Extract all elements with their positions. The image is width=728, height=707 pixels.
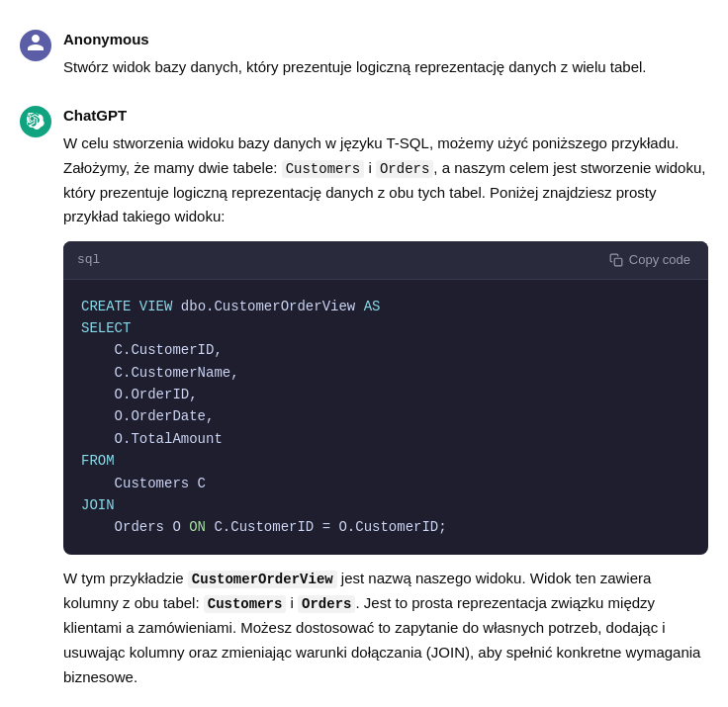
code-line-9: Customers C [81, 473, 690, 494]
inline-code-customers2: Customers [204, 595, 287, 613]
assistant-message-content: ChatGPT W celu stworzenia widoku bazy da… [63, 104, 708, 690]
assistant-name: ChatGPT [63, 104, 708, 128]
code-line-6: O.OrderDate, [81, 405, 690, 427]
code-line-3: C.CustomerID, [81, 339, 690, 361]
code-block-header: sql Copy code [63, 241, 708, 279]
code-line-10: JOIN [81, 494, 690, 516]
inline-code-customers: Customers [282, 160, 365, 178]
svg-rect-0 [614, 258, 622, 266]
copy-button-label: Copy code [629, 252, 690, 267]
code-lang-label: sql [77, 249, 100, 270]
inline-code-viewname: CustomerOrderView [188, 571, 337, 588]
user-message: Anonymous Stwórz widok bazy danych, któr… [0, 16, 728, 92]
code-block-wrapper: sql Copy code CREATE VIEW dbo.CustomerOr… [63, 241, 708, 555]
user-avatar [20, 30, 51, 61]
code-line-4: C.CustomerName, [81, 362, 690, 384]
assistant-text: W celu stworzenia widoku bazy danych w j… [63, 132, 708, 690]
user-avatar-icon [26, 33, 46, 58]
code-line-2: SELECT [81, 317, 690, 339]
assistant-avatar [20, 106, 51, 137]
user-message-content: Anonymous Stwórz widok bazy danych, któr… [63, 28, 708, 80]
user-text: Stwórz widok bazy danych, który prezentu… [63, 55, 708, 80]
code-line-8: FROM [81, 450, 690, 472]
code-line-1: CREATE VIEW dbo.CustomerOrderView AS [81, 296, 690, 317]
user-name: Anonymous [63, 28, 708, 51]
code-line-7: O.TotalAmount [81, 428, 690, 450]
inline-code-orders: Orders [376, 160, 433, 178]
code-line-5: O.OrderID, [81, 384, 690, 405]
copy-code-button[interactable]: Copy code [605, 250, 694, 269]
code-line-11: Orders O ON C.CustomerID = O.CustomerID; [81, 516, 690, 538]
inline-code-orders2: Orders [298, 595, 355, 613]
copy-icon [609, 253, 623, 267]
code-block-content: CREATE VIEW dbo.CustomerOrderView AS SEL… [63, 280, 708, 555]
assistant-message: ChatGPT W celu stworzenia widoku bazy da… [0, 92, 728, 702]
